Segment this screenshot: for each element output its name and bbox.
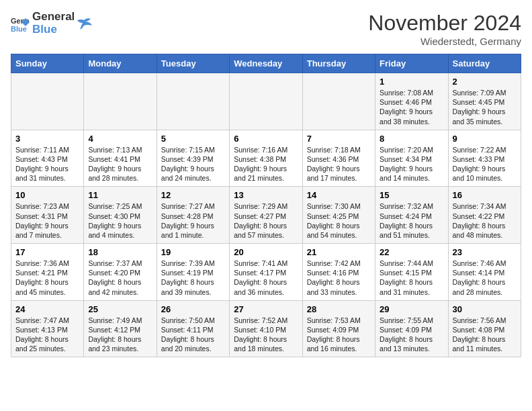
cell-info: Sunrise: 7:18 AM Sunset: 4:36 PM Dayligh… [307, 145, 371, 183]
logo-bird-icon [77, 16, 92, 31]
day-number: 3 [15, 134, 79, 144]
calendar-cell: 15Sunrise: 7:32 AM Sunset: 4:24 PM Dayli… [375, 187, 448, 244]
day-number: 11 [88, 190, 152, 200]
cell-info: Sunrise: 7:25 AM Sunset: 4:30 PM Dayligh… [88, 201, 152, 240]
cell-info: Sunrise: 7:23 AM Sunset: 4:31 PM Dayligh… [15, 201, 79, 240]
cell-info: Sunrise: 7:30 AM Sunset: 4:25 PM Dayligh… [307, 201, 371, 240]
day-number: 21 [307, 247, 371, 257]
calendar-cell: 20Sunrise: 7:41 AM Sunset: 4:17 PM Dayli… [230, 244, 302, 301]
month-title: November 2024 [368, 11, 521, 36]
logo: General Blue General Blue [11, 11, 92, 36]
cell-info: Sunrise: 7:15 AM Sunset: 4:39 PM Dayligh… [161, 145, 225, 183]
day-number: 17 [15, 247, 79, 257]
calendar-cell: 24Sunrise: 7:47 AM Sunset: 4:13 PM Dayli… [11, 300, 84, 357]
calendar-cell: 27Sunrise: 7:52 AM Sunset: 4:10 PM Dayli… [230, 300, 302, 357]
calendar-cell: 2Sunrise: 7:09 AM Sunset: 4:45 PM Daylig… [448, 73, 521, 130]
weekday-header: Friday [375, 54, 448, 73]
day-number: 16 [453, 190, 517, 200]
calendar-cell [230, 73, 302, 130]
day-number: 26 [161, 304, 225, 314]
calendar-cell: 23Sunrise: 7:46 AM Sunset: 4:14 PM Dayli… [448, 244, 521, 301]
logo-general-text: General [32, 11, 75, 24]
calendar-cell: 13Sunrise: 7:29 AM Sunset: 4:27 PM Dayli… [230, 187, 302, 244]
calendar-cell [157, 73, 229, 130]
calendar-cell: 21Sunrise: 7:42 AM Sunset: 4:16 PM Dayli… [302, 244, 375, 301]
cell-info: Sunrise: 7:56 AM Sunset: 4:08 PM Dayligh… [453, 316, 517, 354]
calendar-cell: 28Sunrise: 7:53 AM Sunset: 4:09 PM Dayli… [302, 300, 375, 357]
calendar-cell: 16Sunrise: 7:34 AM Sunset: 4:22 PM Dayli… [448, 187, 521, 244]
weekday-header: Thursday [302, 54, 375, 73]
day-number: 29 [380, 304, 443, 314]
day-number: 10 [15, 190, 79, 200]
calendar-cell [11, 73, 84, 130]
cell-info: Sunrise: 7:49 AM Sunset: 4:12 PM Dayligh… [88, 316, 152, 354]
cell-info: Sunrise: 7:11 AM Sunset: 4:43 PM Dayligh… [15, 145, 79, 183]
day-number: 7 [307, 134, 371, 144]
svg-text:Blue: Blue [11, 25, 27, 33]
calendar-cell: 14Sunrise: 7:30 AM Sunset: 4:25 PM Dayli… [302, 187, 375, 244]
calendar-cell: 26Sunrise: 7:50 AM Sunset: 4:11 PM Dayli… [157, 300, 229, 357]
cell-info: Sunrise: 7:55 AM Sunset: 4:09 PM Dayligh… [380, 316, 443, 354]
cell-info: Sunrise: 7:44 AM Sunset: 4:15 PM Dayligh… [380, 259, 443, 297]
calendar-table: SundayMondayTuesdayWednesdayThursdayFrid… [11, 54, 521, 357]
day-number: 19 [161, 247, 225, 257]
logo-icon: General Blue [11, 14, 30, 33]
calendar-cell: 10Sunrise: 7:23 AM Sunset: 4:31 PM Dayli… [11, 187, 84, 244]
day-number: 24 [15, 304, 79, 314]
calendar-cell: 1Sunrise: 7:08 AM Sunset: 4:46 PM Daylig… [375, 73, 448, 130]
cell-info: Sunrise: 7:50 AM Sunset: 4:11 PM Dayligh… [161, 316, 225, 354]
title-area: November 2024 Wiederstedt, Germany [368, 11, 521, 47]
day-number: 4 [88, 134, 152, 144]
calendar-cell: 6Sunrise: 7:16 AM Sunset: 4:38 PM Daylig… [230, 130, 302, 187]
calendar-cell [302, 73, 375, 130]
cell-info: Sunrise: 7:52 AM Sunset: 4:10 PM Dayligh… [234, 316, 298, 354]
calendar-cell [84, 73, 157, 130]
day-number: 5 [161, 134, 225, 144]
calendar-cell: 25Sunrise: 7:49 AM Sunset: 4:12 PM Dayli… [84, 300, 157, 357]
calendar-cell: 29Sunrise: 7:55 AM Sunset: 4:09 PM Dayli… [375, 300, 448, 357]
calendar-cell: 30Sunrise: 7:56 AM Sunset: 4:08 PM Dayli… [448, 300, 521, 357]
weekday-header: Tuesday [157, 54, 229, 73]
calendar-cell: 11Sunrise: 7:25 AM Sunset: 4:30 PM Dayli… [84, 187, 157, 244]
calendar-cell: 19Sunrise: 7:39 AM Sunset: 4:19 PM Dayli… [157, 244, 229, 301]
cell-info: Sunrise: 7:20 AM Sunset: 4:34 PM Dayligh… [380, 145, 443, 183]
calendar-cell: 3Sunrise: 7:11 AM Sunset: 4:43 PM Daylig… [11, 130, 84, 187]
day-number: 2 [453, 77, 517, 87]
day-number: 15 [380, 190, 443, 200]
calendar-cell: 9Sunrise: 7:22 AM Sunset: 4:33 PM Daylig… [448, 130, 521, 187]
calendar-cell: 5Sunrise: 7:15 AM Sunset: 4:39 PM Daylig… [157, 130, 229, 187]
cell-info: Sunrise: 7:47 AM Sunset: 4:13 PM Dayligh… [15, 316, 79, 354]
cell-info: Sunrise: 7:08 AM Sunset: 4:46 PM Dayligh… [380, 88, 443, 126]
day-number: 6 [234, 134, 298, 144]
calendar-cell: 22Sunrise: 7:44 AM Sunset: 4:15 PM Dayli… [375, 244, 448, 301]
cell-info: Sunrise: 7:16 AM Sunset: 4:38 PM Dayligh… [234, 145, 298, 183]
weekday-header: Wednesday [230, 54, 302, 73]
day-number: 12 [161, 190, 225, 200]
day-number: 22 [380, 247, 443, 257]
cell-info: Sunrise: 7:09 AM Sunset: 4:45 PM Dayligh… [453, 88, 517, 126]
day-number: 8 [380, 134, 443, 144]
cell-info: Sunrise: 7:41 AM Sunset: 4:17 PM Dayligh… [234, 259, 298, 297]
cell-info: Sunrise: 7:22 AM Sunset: 4:33 PM Dayligh… [453, 145, 517, 183]
day-number: 13 [234, 190, 298, 200]
calendar-cell: 18Sunrise: 7:37 AM Sunset: 4:20 PM Dayli… [84, 244, 157, 301]
day-number: 27 [234, 304, 298, 314]
logo-blue-text: Blue [32, 24, 75, 36]
cell-info: Sunrise: 7:29 AM Sunset: 4:27 PM Dayligh… [234, 201, 298, 240]
day-number: 20 [234, 247, 298, 257]
header: General Blue General Blue November 2024 … [11, 11, 521, 47]
day-number: 1 [380, 77, 443, 87]
calendar-cell: 8Sunrise: 7:20 AM Sunset: 4:34 PM Daylig… [375, 130, 448, 187]
calendar-cell: 7Sunrise: 7:18 AM Sunset: 4:36 PM Daylig… [302, 130, 375, 187]
cell-info: Sunrise: 7:39 AM Sunset: 4:19 PM Dayligh… [161, 259, 225, 297]
day-number: 9 [453, 134, 517, 144]
day-number: 23 [453, 247, 517, 257]
day-number: 30 [453, 304, 517, 314]
cell-info: Sunrise: 7:27 AM Sunset: 4:28 PM Dayligh… [161, 201, 225, 240]
day-number: 28 [307, 304, 371, 314]
weekday-header: Monday [84, 54, 157, 73]
cell-info: Sunrise: 7:42 AM Sunset: 4:16 PM Dayligh… [307, 259, 371, 297]
cell-info: Sunrise: 7:37 AM Sunset: 4:20 PM Dayligh… [88, 259, 152, 297]
cell-info: Sunrise: 7:36 AM Sunset: 4:21 PM Dayligh… [15, 259, 79, 297]
cell-info: Sunrise: 7:32 AM Sunset: 4:24 PM Dayligh… [380, 201, 443, 240]
